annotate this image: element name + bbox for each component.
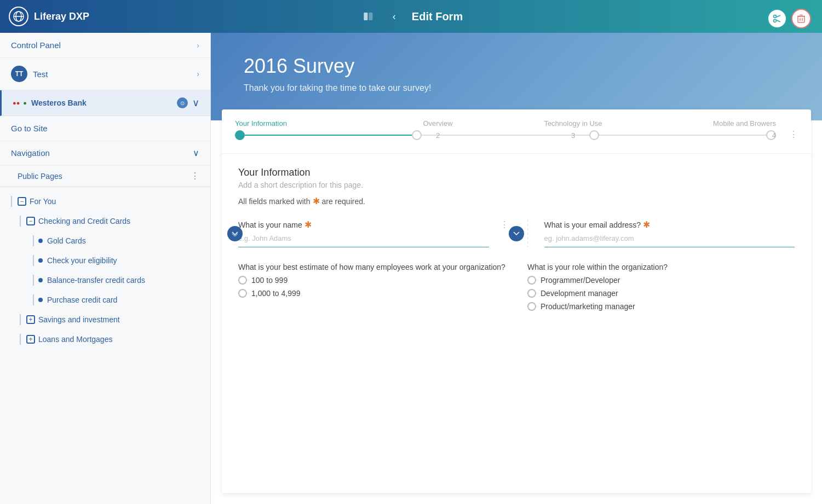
- radio-circle-programmer: [527, 276, 536, 285]
- step-numbers-row: 1 2 3 4: [235, 114, 776, 140]
- chevron-right-icon: ›: [197, 69, 199, 78]
- page-tree: − For You − Checking and Credit Cards Go…: [0, 187, 210, 504]
- sidebar-toggle-button[interactable]: [359, 8, 377, 25]
- survey-title: 2016 Survey: [244, 55, 789, 78]
- tree-item-gold-cards[interactable]: Gold Cards: [0, 231, 210, 251]
- survey-header: 2016 Survey Thank you for taking the tim…: [211, 33, 822, 120]
- svg-rect-3: [364, 13, 367, 20]
- employee-radio-group: 100 to 999 1,000 to 4,999: [238, 276, 505, 298]
- back-button[interactable]: ‹: [386, 8, 403, 25]
- toggle-savings-icon[interactable]: +: [26, 315, 35, 324]
- email-field: What is your email address? ✱ eg. john.a…: [533, 219, 795, 247]
- email-field-label: What is your email address? ✱: [544, 219, 795, 230]
- progress-bar: Your Information Overview Technology in …: [222, 109, 811, 153]
- tree-label-savings: Savings and investment: [38, 315, 120, 324]
- toggle-checking-icon[interactable]: −: [26, 217, 35, 225]
- progress-more-button[interactable]: ⋮: [789, 129, 798, 140]
- radio-label-dev-manager: Development manager: [541, 289, 618, 298]
- westeros-left: ●● ● Westeros Bank: [13, 99, 87, 107]
- progress-steps: Your Information Overview Technology in …: [235, 118, 798, 140]
- westeros-label: Westeros Bank: [31, 99, 87, 107]
- tree-label-balance: Balance-transfer credit cards: [47, 276, 145, 285]
- navigation-chevron-icon[interactable]: ∨: [193, 148, 199, 158]
- name-placeholder: e.g. John Adams: [238, 234, 489, 242]
- tree-item-eligibility[interactable]: Check your eligibility: [0, 251, 210, 270]
- tree-item-checking[interactable]: − Checking and Credit Cards: [0, 211, 210, 231]
- go-to-site-link[interactable]: Go to Site: [0, 116, 210, 141]
- field-divider: [527, 219, 528, 247]
- main-layout: Control Panel › TT Test › ●● ● Westeros …: [0, 33, 822, 504]
- required-star-icon: ✱: [313, 196, 320, 206]
- tree-item-purchase[interactable]: Purchase credit card: [0, 290, 210, 310]
- navbar-center: ‹ Edit Form: [359, 8, 463, 25]
- radio-100-999[interactable]: 100 to 999: [238, 276, 505, 285]
- content-area: 2016 Survey Thank you for taking the tim…: [211, 33, 822, 504]
- tree-label-loans: Loans and Mortgages: [38, 335, 112, 344]
- radio-circle-1000-4999: [238, 289, 247, 298]
- employee-role-row: What is your best estimate of how many e…: [238, 263, 795, 311]
- radio-circle-dev-manager: [527, 289, 536, 298]
- email-underline: [544, 247, 795, 247]
- tree-item-for-you[interactable]: − For You: [0, 192, 210, 211]
- avatar: TT: [11, 66, 27, 82]
- email-required-icon: ✱: [643, 219, 650, 230]
- radio-circle-product-manager: [527, 302, 536, 311]
- tree-item-balance-transfer[interactable]: Balance-transfer credit cards: [0, 270, 210, 290]
- sidebar-item-westeros[interactable]: ●● ● Westeros Bank ⊙ ∨: [0, 90, 210, 116]
- name-required-icon: ✱: [304, 219, 312, 230]
- required-note: All fields marked with ✱ are required.: [238, 196, 795, 206]
- dot-eligibility-icon: [38, 258, 43, 263]
- step2-num: 2: [370, 114, 505, 140]
- role-radio-group: Programmer/Developer Development manager…: [527, 276, 795, 311]
- dot-purchase-icon: [38, 298, 43, 302]
- name-drag-handle[interactable]: [227, 226, 243, 241]
- form-page-title: Your Information: [238, 167, 795, 178]
- radio-label-100-999: 100 to 999: [251, 276, 288, 285]
- radio-product-manager[interactable]: Product/marketing manager: [527, 302, 795, 311]
- step3-num: 3: [505, 114, 641, 140]
- step1-num: 1: [235, 114, 370, 140]
- svg-rect-4: [369, 13, 372, 20]
- chevron-down-icon[interactable]: ∨: [192, 97, 199, 109]
- navigation-label: Navigation: [11, 148, 50, 158]
- sidebar-item-test[interactable]: TT Test ›: [0, 58, 210, 90]
- page-title: Edit Form: [412, 10, 463, 23]
- toggle-loans-icon[interactable]: +: [26, 335, 35, 344]
- employee-question-label: What is your best estimate of how many e…: [238, 263, 505, 271]
- toggle-for-you-icon[interactable]: −: [18, 197, 26, 206]
- westeros-actions: ⊙ ∨: [177, 97, 199, 109]
- compass-icon[interactable]: ⊙: [177, 97, 188, 108]
- radio-1000-4999[interactable]: 1,000 to 4,999: [238, 289, 505, 298]
- form-page-desc: Add a short description for this page.: [238, 181, 795, 189]
- radio-programmer[interactable]: Programmer/Developer: [527, 276, 795, 285]
- email-drag-handle[interactable]: [509, 226, 524, 241]
- tree-label-gold-cards: Gold Cards: [47, 236, 86, 245]
- radio-label-1000-4999: 1,000 to 4,999: [251, 289, 301, 298]
- role-field: What is your role within the organizatio…: [527, 263, 795, 311]
- survey-subtitle: Thank you for taking the time to take ou…: [244, 83, 789, 93]
- westeros-logo: ●● ●: [13, 100, 27, 106]
- step4-num: 4: [641, 114, 776, 140]
- tree-label-eligibility: Check your eligibility: [47, 256, 117, 265]
- sidebar-item-control-panel[interactable]: Control Panel ›: [0, 33, 210, 58]
- public-pages-more-icon[interactable]: ⋮: [191, 171, 199, 181]
- test-item-content: TT Test: [11, 66, 48, 82]
- name-email-row: What is your name ✱ ⋮ e.g. John Adams: [238, 219, 795, 247]
- logo-icon: [9, 7, 28, 26]
- public-pages-row: Public Pages ⋮: [0, 165, 210, 187]
- chevron-right-icon: ›: [197, 41, 199, 50]
- role-question-label: What is your role within the organizatio…: [527, 263, 795, 271]
- tree-item-loans[interactable]: + Loans and Mortgages: [0, 329, 210, 349]
- name-field-more-icon[interactable]: ⋮: [500, 219, 509, 230]
- tree-label-for-you: For You: [30, 197, 56, 206]
- test-label: Test: [33, 69, 48, 79]
- name-field-label: What is your name ✱: [238, 219, 489, 230]
- radio-dev-manager[interactable]: Development manager: [527, 289, 795, 298]
- email-placeholder: eg. john.adams@liferay.com: [544, 234, 795, 242]
- tree-item-savings[interactable]: + Savings and investment: [0, 310, 210, 329]
- radio-circle-100-999: [238, 276, 247, 285]
- name-field: What is your name ✱ ⋮ e.g. John Adams: [238, 219, 522, 247]
- sidebar: Control Panel › TT Test › ●● ● Westeros …: [0, 33, 211, 504]
- navbar: Liferay DXP ‹ Edit Form ⋮: [0, 0, 822, 33]
- app-logo: Liferay DXP: [9, 7, 89, 26]
